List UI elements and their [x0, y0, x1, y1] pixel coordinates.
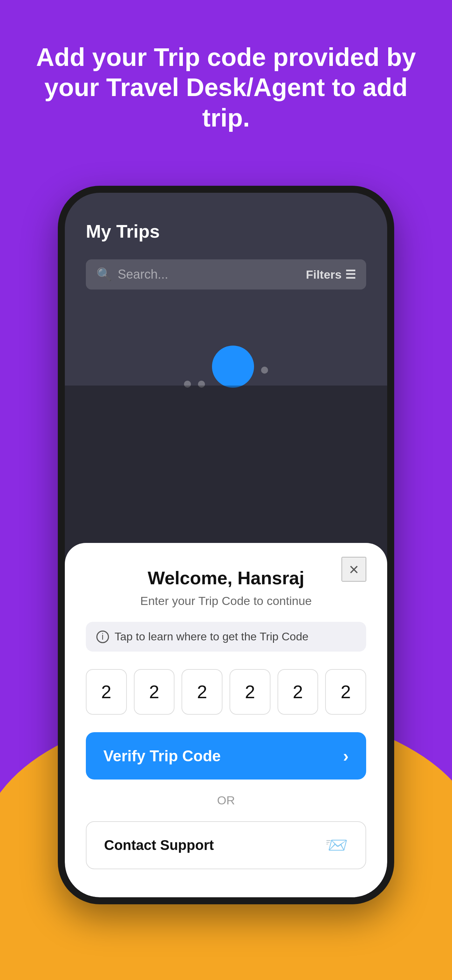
- filters-button[interactable]: Filters ☰: [306, 267, 356, 282]
- headline: Add your Trip code provided by your Trav…: [0, 42, 452, 133]
- filters-label: Filters: [306, 268, 342, 282]
- code-digit-4[interactable]: 2: [229, 669, 271, 715]
- contact-support-button[interactable]: Contact Support 📨: [86, 821, 366, 869]
- phone-screen: My Trips 🔍 Search... Filters ☰: [65, 193, 387, 897]
- loading-decoration: [184, 345, 268, 388]
- code-digit-1[interactable]: 2: [86, 669, 127, 715]
- close-icon: ×: [349, 560, 359, 579]
- info-icon: i: [96, 630, 109, 643]
- code-digit-6[interactable]: 2: [325, 669, 366, 715]
- code-digit-3[interactable]: 2: [181, 669, 223, 715]
- arrow-right-icon: ›: [343, 746, 349, 765]
- app-bar: My Trips: [65, 193, 387, 252]
- modal-overlay: × Welcome, Hansraj Enter your Trip Code …: [65, 385, 387, 897]
- trip-code-modal: × Welcome, Hansraj Enter your Trip Code …: [65, 543, 387, 897]
- contact-support-label: Contact Support: [104, 837, 214, 853]
- search-bar[interactable]: 🔍 Search... Filters ☰: [86, 259, 366, 290]
- phone-wrapper: My Trips 🔍 Search... Filters ☰: [58, 186, 394, 904]
- dot-3: [212, 345, 254, 388]
- verify-button-label: Verify Trip Code: [103, 747, 221, 765]
- trip-code-inputs: 2 2 2 2 2 2: [86, 669, 366, 715]
- modal-close-button[interactable]: ×: [342, 557, 366, 581]
- filter-icon: ☰: [345, 267, 356, 282]
- or-divider: OR: [86, 794, 366, 807]
- modal-welcome-title: Welcome, Hansraj: [86, 568, 366, 589]
- app-title: My Trips: [86, 221, 366, 242]
- search-icon: 🔍: [96, 267, 112, 282]
- search-placeholder: Search...: [118, 267, 168, 282]
- verify-trip-code-button[interactable]: Verify Trip Code ›: [86, 732, 366, 780]
- modal-subtitle: Enter your Trip Code to continue: [86, 594, 366, 608]
- info-banner-text: Tap to learn where to get the Trip Code: [115, 630, 308, 643]
- code-digit-2[interactable]: 2: [134, 669, 175, 715]
- code-digit-5[interactable]: 2: [277, 669, 318, 715]
- dot-4: [261, 367, 268, 374]
- contact-support-emoji-icon: 📨: [325, 835, 348, 856]
- info-banner[interactable]: i Tap to learn where to get the Trip Cod…: [86, 622, 366, 652]
- phone-outer: My Trips 🔍 Search... Filters ☰: [58, 186, 394, 904]
